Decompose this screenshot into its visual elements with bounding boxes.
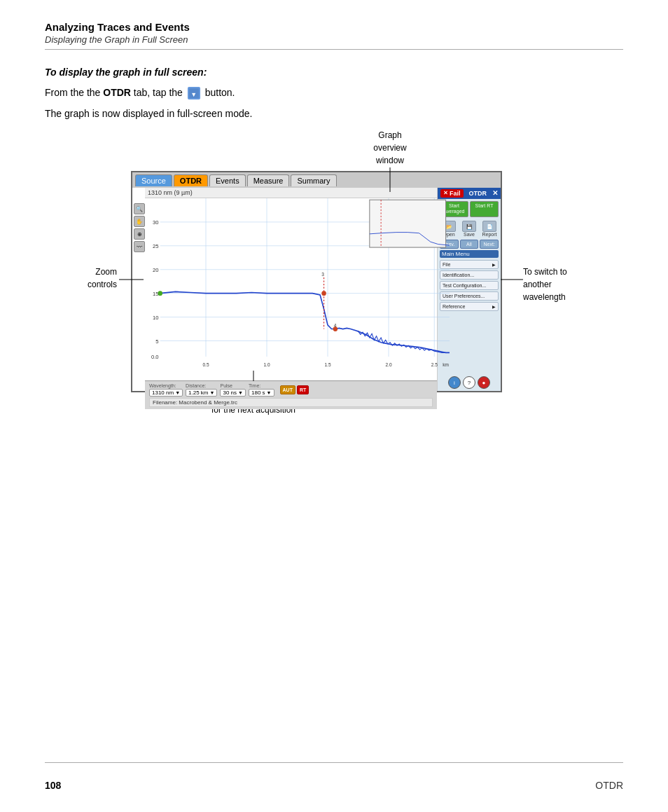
page-header: Analyzing Traces and Events Displaying t…	[0, 0, 668, 50]
fullscreen-button-icon[interactable]	[188, 87, 200, 99]
instruction-title: To display the graph in full screen:	[45, 67, 623, 78]
page-number: 108	[45, 780, 61, 791]
all-btn[interactable]: All	[460, 240, 479, 249]
instruction-step2: The graph is now displayed in full-scree…	[45, 106, 623, 121]
svg-text:25: 25	[153, 243, 158, 249]
callout-graph-overview: Graph overview window	[362, 129, 418, 167]
svg-text:km: km	[443, 362, 449, 366]
filename-bar: Filename: Macrobend & Merge.trc	[149, 398, 433, 407]
svg-point-26	[321, 291, 326, 296]
tab-otdr[interactable]: OTDR	[174, 174, 208, 186]
svg-text:4: 4	[334, 323, 337, 328]
start-rt-btn[interactable]: Start RT	[470, 201, 499, 217]
diagram-wrapper: Graph overview window Zoom controls To s…	[68, 129, 600, 430]
acq-row: Wavelength: 1310 nm ▼ Distance: 1.25 km …	[149, 383, 433, 397]
footer-rule	[45, 762, 623, 763]
report-icon[interactable]: 📄	[482, 221, 496, 232]
time-text: 180 s	[251, 390, 265, 396]
rt-btn[interactable]: RT	[297, 385, 309, 394]
otdr-keyword: OTDR	[103, 87, 131, 98]
chapter-title: Analyzing Traces and Events	[45, 21, 623, 33]
graph-svg: 30 25 20 15 10 5 0.0 0.5 1.0 1.5 2.0 2.5…	[145, 198, 450, 380]
screen-body: 🔍 ✋ ⊕ 〰 1310 nm (9 µm)	[132, 188, 501, 391]
callout-wavelength: To switch to another wavelength	[523, 266, 600, 303]
bottom-bar: Wavelength: 1310 nm ▼ Distance: 1.25 km …	[145, 380, 437, 409]
wavelength-text: 1310 nm	[152, 390, 174, 396]
pulse-value[interactable]: 30 ns ▼	[220, 389, 246, 397]
time-label: Time:	[249, 383, 260, 388]
section-title: Displaying the Graph in Full Screen	[45, 34, 623, 45]
zoom-wave-btn[interactable]: 〰	[134, 241, 145, 252]
auto-btn[interactable]: AUT	[280, 385, 295, 394]
tab-events[interactable]: Events	[209, 174, 246, 186]
wavelength-label: Wavelength:	[149, 383, 176, 388]
svg-point-24	[158, 291, 162, 296]
zoom-controls: 🔍 ✋ ⊕ 〰	[132, 202, 146, 254]
report-label: Report	[482, 232, 496, 237]
graph-canvas: 30 25 20 15 10 5 0.0 0.5 1.0 1.5 2.0 2.5…	[145, 198, 450, 380]
instruction-step1: From the the OTDR tab, tap the button.	[45, 85, 623, 100]
panel-title: OTDR	[469, 190, 487, 197]
distance-label: Distance:	[186, 383, 206, 388]
zoom-fit-btn[interactable]: ✋	[134, 216, 145, 227]
header-divider	[45, 49, 623, 50]
step1-text-from: From the	[45, 87, 84, 98]
pulse-text: 30 ns	[223, 390, 237, 396]
save-icon[interactable]: 💾	[462, 221, 476, 232]
panel-header: Fail OTDR ✕	[438, 188, 501, 199]
zoom-cursor-btn[interactable]: ⊕	[134, 228, 145, 240]
svg-text:2.0: 2.0	[385, 362, 391, 366]
zoom-in-btn[interactable]: 🔍	[134, 203, 145, 214]
step1-text-button: button.	[205, 87, 235, 98]
time-value[interactable]: 180 s ▼	[249, 389, 274, 397]
page-footer: 108 OTDR	[0, 780, 668, 791]
wavelength-value[interactable]: 1310 nm ▼	[149, 389, 183, 397]
svg-text:0.0: 0.0	[151, 354, 159, 360]
tab-bar: Source OTDR Events Measure Summary	[132, 172, 501, 188]
tab-summary[interactable]: Summary	[291, 174, 336, 186]
acq-distance-group: Distance: 1.25 km ▼	[186, 383, 217, 397]
svg-text:1.0: 1.0	[263, 362, 270, 366]
distance-value[interactable]: 1.25 km ▼	[186, 389, 217, 397]
graph-area: 🔍 ✋ ⊕ 〰 1310 nm (9 µm)	[132, 188, 438, 391]
info-icon[interactable]: i	[448, 376, 461, 389]
svg-text:1.5: 1.5	[324, 362, 330, 366]
acq-pulse-group: Pulse 30 ns ▼	[220, 383, 246, 397]
stop-icon[interactable]: ●	[478, 376, 490, 389]
step1-text-tab: tab, tap the	[134, 87, 186, 98]
acq-wavelength-group: Wavelength: 1310 nm ▼	[149, 383, 183, 397]
main-content: To display the graph in full screen: Fro…	[0, 67, 668, 122]
tab-source[interactable]: Source	[135, 174, 172, 186]
svg-text:15: 15	[153, 291, 158, 297]
footer-label: OTDR	[595, 780, 623, 791]
distance-text: 1.25 km	[188, 390, 208, 396]
callout-zoom: Zoom controls	[68, 266, 117, 291]
tab-measure[interactable]: Measure	[247, 174, 290, 186]
svg-text:2.5: 2.5	[431, 362, 438, 366]
help-icon[interactable]: ?	[463, 376, 475, 389]
graph-title: 1310 nm (9 µm)	[145, 188, 437, 198]
svg-text:10: 10	[153, 315, 158, 321]
pulse-label: Pulse	[220, 383, 232, 388]
svg-text:20: 20	[153, 267, 158, 273]
panel-close-icon[interactable]: ✕	[492, 189, 498, 197]
svg-text:3: 3	[321, 271, 324, 276]
next-btn[interactable]: Next:	[480, 240, 499, 249]
svg-text:30: 30	[153, 219, 158, 226]
save-label: Save	[464, 232, 475, 237]
acq-time-group: Time: 180 s ▼	[249, 383, 274, 397]
screen-mockup: Source OTDR Events Measure Summary 🔍 ✋ ⊕…	[131, 171, 502, 392]
fail-badge: Fail	[440, 189, 464, 198]
svg-text:5: 5	[155, 338, 158, 345]
svg-text:0.5: 0.5	[202, 362, 209, 366]
